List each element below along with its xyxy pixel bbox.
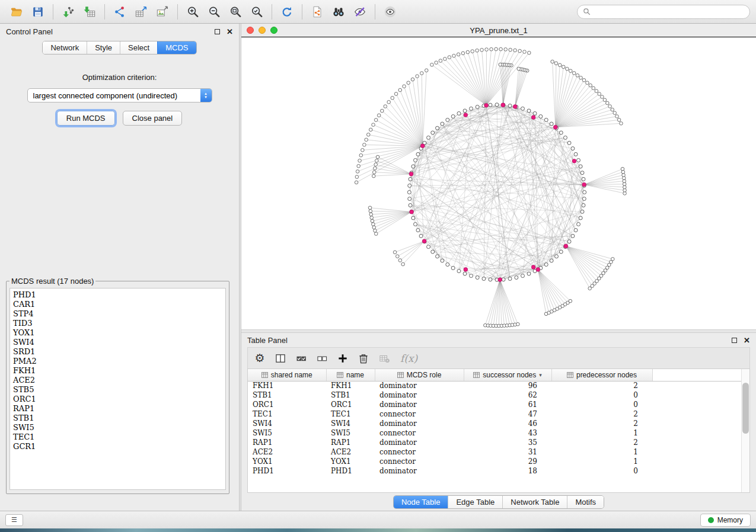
close-table-panel-icon[interactable]: ✕	[744, 336, 750, 344]
scrollbar-thumb[interactable]	[742, 383, 749, 434]
tab-network[interactable]: Network	[43, 41, 87, 54]
zoom-in-button[interactable]	[182, 2, 203, 21]
import-table-button[interactable]	[79, 2, 100, 21]
table-cell[interactable]: SWI5	[326, 428, 375, 438]
refresh-button[interactable]	[276, 2, 298, 21]
tab-network-table[interactable]: Network Table	[502, 496, 567, 508]
table-cell[interactable]: 46	[464, 419, 551, 428]
list-item[interactable]: PMA2	[13, 357, 222, 366]
table-cell[interactable]: STB1	[248, 390, 326, 400]
table-cell[interactable]: dominator	[375, 419, 464, 428]
table-cell[interactable]: TEC1	[248, 409, 326, 419]
table-cell[interactable]: 1	[551, 428, 652, 438]
table-cell[interactable]: 2	[551, 438, 652, 447]
show-columns-button[interactable]	[271, 350, 290, 367]
table-cell[interactable]: 18	[464, 466, 551, 476]
table-row[interactable]: FKH1FKH1dominator962	[248, 381, 741, 390]
window-close-button[interactable]	[247, 27, 254, 34]
table-cell[interactable]: ACE2	[248, 447, 326, 457]
zoom-selected-button[interactable]	[246, 2, 267, 21]
table-cell[interactable]: 0	[551, 400, 652, 409]
window-minimize-button[interactable]	[259, 27, 266, 34]
table-row[interactable]: RAP1RAP1dominator352	[248, 438, 741, 447]
float-panel-icon[interactable]	[215, 29, 220, 34]
table-cell[interactable]: 2	[551, 381, 652, 390]
float-table-panel-icon[interactable]	[732, 338, 737, 343]
table-row[interactable]: TEC1TEC1connector472	[248, 409, 741, 419]
column-header[interactable]: successor nodes▾	[464, 369, 551, 381]
table-cell[interactable]: 2	[551, 409, 652, 419]
table-cell[interactable]: dominator	[375, 466, 464, 476]
table-row[interactable]: PHD1PHD1dominator180	[248, 466, 741, 476]
tab-select[interactable]: Select	[120, 41, 157, 54]
table-row[interactable]: SWI5SWI5connector431	[248, 428, 741, 438]
tab-mcds[interactable]: MCDS	[157, 41, 196, 54]
table-row[interactable]: ACE2ACE2connector311	[248, 447, 741, 457]
table-cell[interactable]: 0	[551, 390, 652, 400]
column-header[interactable]: MCDS role	[375, 369, 464, 381]
network-canvas[interactable]	[241, 37, 756, 329]
run-mcds-button[interactable]: Run MCDS	[57, 111, 115, 126]
table-cell[interactable]: RAP1	[326, 438, 375, 447]
memory-button[interactable]: Memory	[700, 514, 751, 527]
import-network-button[interactable]	[58, 2, 79, 21]
list-item[interactable]: STB5	[13, 385, 222, 395]
close-panel-icon[interactable]: ✕	[227, 28, 233, 36]
table-cell[interactable]: YOX1	[248, 457, 326, 466]
table-cell[interactable]: FKH1	[248, 381, 326, 390]
export-document-button[interactable]	[307, 2, 328, 21]
table-cell[interactable]: SWI4	[248, 419, 326, 428]
list-item[interactable]: GCR1	[13, 442, 222, 451]
export-image-button[interactable]	[152, 2, 173, 21]
zoom-fit-button[interactable]	[225, 2, 246, 21]
list-item[interactable]: SWI4	[13, 338, 222, 347]
table-cell[interactable]: 1	[551, 457, 652, 466]
delete-column-button[interactable]	[354, 350, 373, 367]
table-cell[interactable]: connector	[375, 447, 464, 457]
save-button[interactable]	[27, 2, 49, 21]
table-cell[interactable]: dominator	[375, 438, 464, 447]
table-cell[interactable]: ACE2	[326, 447, 375, 457]
table-settings-button[interactable]: ⚙︎	[250, 350, 269, 367]
list-item[interactable]: ACE2	[13, 376, 222, 385]
table-cell[interactable]: connector	[375, 409, 464, 419]
table-cell[interactable]: connector	[375, 457, 464, 466]
table-cell[interactable]: PHD1	[248, 466, 326, 476]
search-input[interactable]	[594, 8, 744, 16]
export-table-button[interactable]	[130, 2, 152, 21]
table-cell[interactable]: dominator	[375, 381, 464, 390]
table-cell[interactable]: 96	[464, 381, 551, 390]
table-cell[interactable]: RAP1	[248, 438, 326, 447]
deselect-all-button[interactable]	[312, 350, 331, 367]
table-cell[interactable]: SWI5	[248, 428, 326, 438]
search-network-button[interactable]	[328, 2, 349, 21]
create-column-button[interactable]	[333, 350, 352, 367]
tab-edge-table[interactable]: Edge Table	[448, 496, 502, 508]
optimization-criterion-select[interactable]: largest connected component (undirected)…	[27, 88, 212, 102]
list-item[interactable]: YOX1	[13, 328, 222, 338]
table-row[interactable]: ORC1ORC1dominator610	[248, 400, 741, 409]
close-panel-button[interactable]: Close panel	[123, 111, 183, 126]
table-cell[interactable]: 0	[551, 466, 652, 476]
table-cell[interactable]: ORC1	[248, 400, 326, 409]
table-cell[interactable]: ORC1	[326, 400, 375, 409]
function-builder-button[interactable]: f(x)	[395, 352, 422, 364]
open-file-button[interactable]	[6, 2, 27, 21]
table-cell[interactable]: 35	[464, 438, 551, 447]
table-cell[interactable]: STB1	[326, 390, 375, 400]
show-all-button[interactable]	[379, 2, 401, 21]
list-item[interactable]: FKH1	[13, 366, 222, 376]
list-item[interactable]: CAR1	[13, 300, 222, 309]
table-cell[interactable]: PHD1	[326, 466, 375, 476]
list-item[interactable]: TEC1	[13, 432, 222, 442]
list-item[interactable]: SRD1	[13, 347, 222, 357]
list-item[interactable]: STB1	[13, 414, 222, 423]
list-item[interactable]: TID3	[13, 319, 222, 328]
table-scrollbar[interactable]	[741, 369, 749, 492]
hide-selection-button[interactable]	[349, 2, 371, 21]
export-network-button[interactable]	[109, 2, 130, 21]
table-cell[interactable]: 62	[464, 390, 551, 400]
table-cell[interactable]: FKH1	[326, 381, 375, 390]
table-row[interactable]: STB1STB1dominator620	[248, 390, 741, 400]
zoom-out-button[interactable]	[203, 2, 225, 21]
